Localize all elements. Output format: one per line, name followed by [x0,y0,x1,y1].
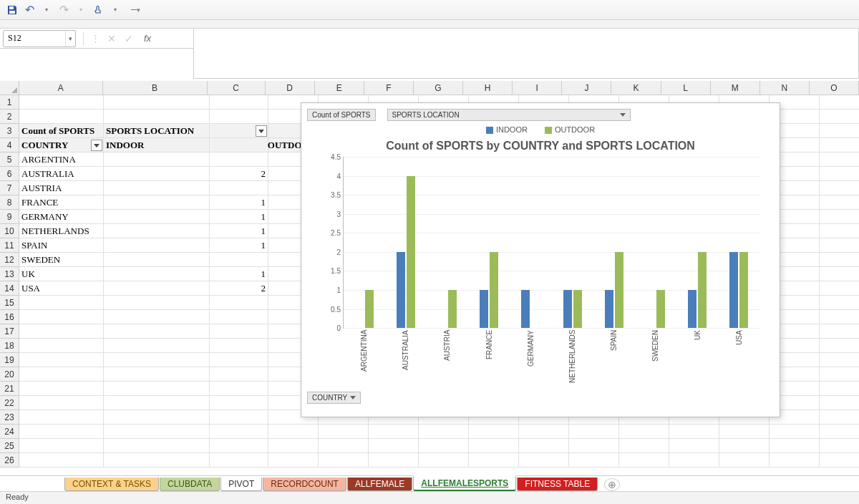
cell[interactable] [770,439,820,453]
cell[interactable] [719,425,770,439]
cell[interactable]: 1 [210,267,268,281]
sheet-tab[interactable]: FITNESS TABLE [517,478,598,491]
cell[interactable]: 1 [210,210,268,224]
column-header[interactable]: B [103,81,208,95]
cell[interactable] [210,310,268,324]
cell[interactable] [210,324,268,339]
cell[interactable]: UK [19,267,104,281]
cell[interactable] [19,367,104,382]
cell[interactable] [19,439,104,453]
cell[interactable] [820,410,859,425]
row-header[interactable]: 1 [0,95,19,110]
save-icon[interactable] [6,4,19,16]
cell[interactable]: ARGENTINA [19,152,104,167]
row-header[interactable]: 26 [0,453,19,467]
cell[interactable] [268,453,319,467]
cell[interactable] [104,267,210,281]
cell[interactable] [419,453,469,467]
cell[interactable] [19,324,104,339]
cell[interactable] [820,95,859,110]
row-header[interactable]: 7 [0,181,19,195]
column-header[interactable]: I [513,81,562,95]
cell[interactable] [19,396,104,410]
column-header[interactable]: L [661,81,711,95]
cell[interactable] [820,138,859,152]
column-header[interactable]: H [463,81,513,95]
cell[interactable] [210,367,268,382]
enter-formula-icon[interactable]: ✓ [120,31,137,47]
cell[interactable] [210,253,268,267]
cell[interactable] [19,410,104,425]
row-header[interactable]: 23 [0,410,19,425]
cell[interactable] [104,110,210,124]
cell[interactable] [369,425,419,439]
cell[interactable] [104,181,210,195]
pivot-chart[interactable]: Count of SPORTS SPORTS LOCATION INDOOR O… [301,102,780,417]
cell[interactable] [19,453,104,467]
cell[interactable] [820,382,859,396]
cell[interactable] [820,310,859,324]
chart-filter-axis-button[interactable]: COUNTRY [307,392,361,404]
column-header[interactable]: N [760,81,810,95]
cell[interactable] [210,410,268,425]
cell[interactable] [104,95,210,110]
cell[interactable] [104,339,210,353]
cell[interactable] [104,396,210,410]
cell[interactable] [820,396,859,410]
cell[interactable] [104,439,210,453]
row-header[interactable]: 4 [0,138,19,152]
column-header[interactable]: D [266,81,315,95]
cell[interactable] [210,353,268,367]
row-header[interactable]: 11 [0,238,19,253]
cell[interactable] [210,339,268,353]
cell[interactable] [820,152,859,167]
row-header[interactable]: 5 [0,152,19,167]
name-box[interactable] [4,31,65,47]
column-header[interactable]: J [562,81,611,95]
cell[interactable] [104,453,210,467]
cell[interactable]: SPAIN [19,238,104,253]
row-header[interactable]: 10 [0,224,19,238]
cell[interactable] [19,425,104,439]
cell[interactable] [319,453,369,467]
insert-function-icon[interactable]: fx [137,31,155,47]
cell[interactable] [820,124,859,138]
column-header[interactable]: E [315,81,364,95]
cell[interactable] [519,453,569,467]
name-box-dropdown-icon[interactable]: ▾ [65,31,75,47]
row-header[interactable]: 22 [0,396,19,410]
cell[interactable]: Count of SPORTS [19,124,104,138]
cell[interactable] [569,453,619,467]
cell[interactable] [104,324,210,339]
cell[interactable] [210,138,268,152]
touch-dropdown-icon[interactable]: ▾ [109,4,122,16]
row-header[interactable]: 19 [0,353,19,367]
cell[interactable] [210,382,268,396]
cell[interactable]: AUSTRIA [19,181,104,195]
cell[interactable] [19,95,104,110]
cell[interactable] [104,238,210,253]
cell[interactable]: 1 [210,238,268,253]
cell[interactable]: 1 [210,195,268,210]
cell[interactable] [569,439,619,453]
column-header[interactable]: O [810,81,859,95]
cell[interactable] [820,425,859,439]
sheet-tab[interactable]: CONTEXT & TASKS [64,478,159,491]
cell[interactable] [820,296,859,310]
cell[interactable]: USA [19,281,104,296]
sheet-tab[interactable]: CLUBDATA [160,478,220,491]
cell[interactable] [820,367,859,382]
new-sheet-button[interactable]: ⊕ [604,478,620,491]
cell[interactable] [210,296,268,310]
row-header[interactable]: 15 [0,296,19,310]
formula-bar-expanded[interactable] [193,29,859,79]
cell[interactable] [820,224,859,238]
row-header[interactable]: 24 [0,425,19,439]
select-all-corner[interactable] [0,81,19,95]
cell[interactable] [104,410,210,425]
cell[interactable] [19,353,104,367]
row-header[interactable]: 16 [0,310,19,324]
undo-dropdown-icon[interactable]: ▾ [40,4,53,16]
undo-icon[interactable]: ↶ [23,4,36,16]
cell[interactable] [469,425,519,439]
